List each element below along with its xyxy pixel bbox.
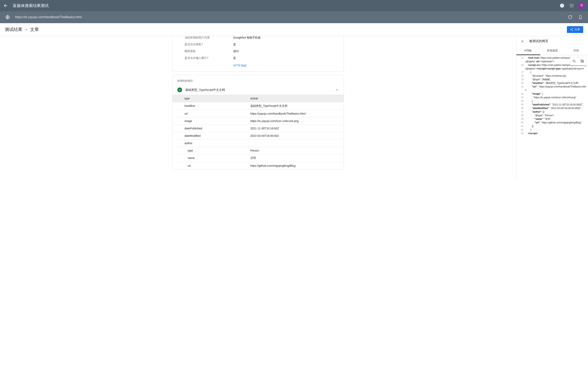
tab-html[interactable]: HTML	[516, 46, 540, 55]
line-number: 34	[516, 99, 525, 103]
chevron-up-icon[interactable]	[335, 88, 339, 92]
urlbar-actions	[567, 14, 583, 20]
side-panel-title: 被测试的网页	[529, 39, 548, 43]
code-text[interactable]: "name": "冴羽",	[525, 117, 588, 121]
code-text[interactable]: }]	[525, 124, 588, 128]
code-line: 42 }	[516, 128, 588, 132]
tested-url[interactable]: https://ts.yayujs.com/handbook/TheBasics…	[15, 15, 567, 19]
field-value: 基础类型_TypeScript中文文档	[250, 104, 344, 108]
code-text[interactable]: "datePublished": "2021-11-30T10:16:00.00…	[525, 103, 588, 106]
refresh-icon[interactable]	[567, 14, 573, 20]
field-key: headline	[173, 104, 250, 108]
code-text[interactable]: "image": [	[525, 92, 588, 96]
code-text[interactable]: "@type": "Person",	[525, 114, 588, 117]
code-line: 32 "image": [	[516, 92, 588, 96]
code-text[interactable]: {	[525, 70, 588, 74]
svg-point-6	[571, 5, 572, 6]
line-number: 32	[516, 92, 525, 96]
line-number: 43	[516, 132, 525, 135]
share-button[interactable]: 分享	[567, 26, 583, 33]
side-panel-header: 被测试的网页	[516, 36, 588, 46]
crumb-results[interactable]: 测试结果	[5, 27, 22, 33]
code-line: 40 "url": "https://github.com/mqyqingfen…	[516, 121, 588, 124]
field-value: https://github.com/mqyqingfeng/Blog	[250, 164, 344, 167]
table-row: dateModified2022-03-04T16:00:00Z	[173, 132, 344, 139]
copy-icon[interactable]	[578, 57, 586, 65]
structured-data-table: typeArticleheadline基础类型_TypeScript中文文档ur…	[173, 95, 344, 169]
code-text[interactable]: "url": "https://github.com/mqyqingfeng/B…	[525, 121, 588, 124]
code-text[interactable]: "@context": "https://schema.org",	[525, 74, 588, 78]
breadcrumb-bar: 测试结果 › 文章 分享	[0, 23, 588, 36]
field-value: 2022-03-04T16:00:00Z	[250, 134, 344, 137]
code-line: 43 </script>	[516, 132, 588, 135]
line-number: 38	[516, 114, 525, 117]
crumb-article: 文章	[30, 27, 39, 33]
code-text[interactable]: "author": [{	[525, 110, 588, 114]
index-allowed-label: 是否允许编入索引?	[185, 56, 233, 60]
table-row: urlhttps://yayujs.com/handbook/TheBasics…	[173, 110, 344, 117]
code-text[interactable]: ],	[525, 99, 588, 103]
avatar[interactable]: 羽	[578, 2, 585, 9]
code-line: 35 "datePublished": "2021-11-30T10:16:00…	[516, 103, 588, 106]
line-number: 37	[516, 110, 525, 114]
svg-point-17	[573, 60, 575, 62]
back-arrow-icon[interactable]	[3, 3, 8, 8]
main-column: 当时所用的用户代理Googlebot 智能手机版 是否允许抓取?是 网页抓取成功…	[0, 36, 516, 181]
close-icon[interactable]	[520, 39, 524, 43]
code-text[interactable]: "url": "https://yayujs.com/handbook/TheB…	[525, 85, 588, 92]
search-icon[interactable]	[570, 57, 578, 65]
field-key: type	[173, 149, 250, 152]
detected-item-row[interactable]: 基础类型_TypeScript中文文档	[173, 85, 344, 95]
svg-point-4	[573, 4, 573, 5]
line-number: 33	[516, 96, 525, 99]
html-source-view[interactable]: 25 <link href="https://cdn.jsdelivr.net/…	[516, 55, 588, 181]
line-number: 28	[516, 74, 525, 78]
code-line: 28 "@context": "https://schema.org",	[516, 74, 588, 78]
svg-text:?: ?	[561, 4, 563, 7]
line-number: 29	[516, 78, 525, 81]
help-icon[interactable]: ?	[559, 3, 565, 8]
apps-grid-icon[interactable]	[569, 3, 574, 8]
tab-details[interactable]: 详情	[564, 46, 588, 55]
code-line: 31 "url": "https://yayujs.com/handbook/T…	[516, 85, 588, 92]
table-row: imagehttps://ts.yayujs.com/icon-144x144.…	[173, 117, 344, 125]
table-row: typeArticle	[173, 95, 344, 102]
line-number: 26	[516, 63, 525, 70]
code-text[interactable]: "headline": "基础类型_TypeScript中文文档",	[525, 81, 588, 85]
content: 当时所用的用户代理Googlebot 智能手机版 是否允许抓取?是 网页抓取成功…	[0, 36, 588, 181]
crawl-allowed-label: 是否允许抓取?	[185, 43, 233, 46]
detected-items-card: 检测到的项目 基础类型_TypeScript中文文档 typeArticlehe…	[172, 75, 344, 169]
fetch-value: 成功	[233, 50, 239, 53]
svg-point-10	[573, 7, 573, 7]
crawl-info-card: 当时所用的用户代理Googlebot 智能手机版 是否允许抓取?是 网页抓取成功…	[172, 36, 344, 72]
svg-point-7	[573, 5, 573, 6]
field-key: dateModified	[173, 134, 250, 137]
tab-screenshot[interactable]: 屏幕截图	[540, 46, 564, 55]
urlbar: https://ts.yayujs.com/handbook/TheBasics…	[0, 11, 588, 23]
line-number: 39	[516, 117, 525, 121]
line-number: 42	[516, 128, 525, 132]
line-number: 41	[516, 124, 525, 128]
smartphone-icon[interactable]	[578, 14, 583, 20]
http-response-link[interactable]: HTTP 响应	[173, 62, 344, 71]
code-text[interactable]: "https://ts.yayujs.com/icon-144x144.png"	[525, 96, 588, 99]
code-text[interactable]: "dateModified": "2022-03-04T16:00:00.000…	[525, 106, 588, 110]
breadcrumb: 测试结果 › 文章	[5, 27, 567, 33]
line-number: 25	[516, 56, 525, 63]
code-text[interactable]: </script>	[525, 132, 588, 135]
crawl-allowed-value: 是	[233, 43, 236, 46]
ua-value: Googlebot 智能手机版	[233, 36, 261, 40]
svg-point-3	[571, 4, 572, 5]
code-line: 36 "dateModified": "2022-03-04T16:00:00.…	[516, 106, 588, 110]
code-line: 41 }]	[516, 124, 588, 128]
svg-point-15	[570, 29, 571, 30]
svg-rect-19	[581, 60, 583, 62]
code-text[interactable]: }	[525, 128, 588, 132]
field-value: https://ts.yayujs.com/icon-144x144.png	[250, 119, 344, 123]
field-value: 冴羽	[250, 156, 344, 160]
topbar-right: ? 羽	[559, 2, 585, 9]
chevron-right-icon: ›	[26, 27, 27, 32]
svg-point-8	[570, 7, 571, 7]
code-text[interactable]: "@type": "Article",	[525, 78, 588, 81]
line-number: 31	[516, 85, 525, 92]
